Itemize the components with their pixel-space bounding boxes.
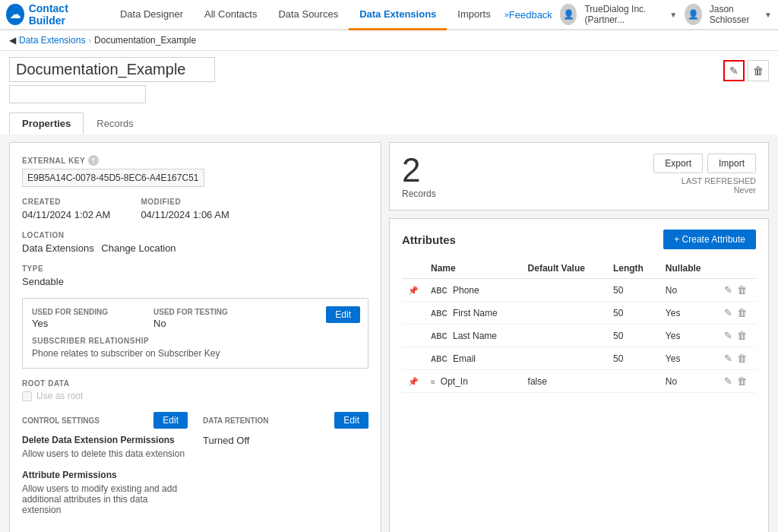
root-data-label: ROOT DATA — [22, 379, 368, 388]
external-key-help-icon[interactable]: ? — [88, 155, 99, 166]
row-pin-icon: 📌 — [402, 370, 425, 393]
table-row: ABC Email 50 Yes ✎ 🗑 — [402, 347, 756, 370]
used-for-sending-value: Yes — [32, 318, 108, 329]
records-card: 2 Records Export Import LAST REFRESHED N… — [389, 142, 769, 211]
tab-records[interactable]: Records — [84, 112, 146, 135]
row-default-value: false — [522, 370, 607, 393]
tab-properties[interactable]: Properties — [9, 112, 84, 135]
breadcrumb-current: Documentation_Example — [94, 35, 196, 46]
modified-label: MODIFIED — [141, 198, 229, 206]
type-value: Sendable — [22, 276, 368, 287]
row-default-value — [522, 347, 607, 370]
nav-data-extensions[interactable]: Data Extensions — [349, 0, 447, 30]
nav-feedback[interactable]: Feedback — [509, 9, 552, 21]
location-value: Data Extensions Change Location — [22, 242, 368, 254]
use-as-root-row: Use as root — [22, 391, 368, 401]
row-edit-icon[interactable]: ✎ — [724, 330, 732, 341]
data-retention-label: DATA RETENTION — [203, 416, 268, 425]
records-label: Records — [402, 188, 436, 199]
nav-account[interactable]: TrueDialog Inc. (Partner... ▼ — [584, 4, 677, 25]
data-retention-header: DATA RETENTION Edit — [203, 412, 368, 429]
sendable-edit-button[interactable]: Edit — [326, 306, 360, 323]
nav-data-designer[interactable]: Data Designer — [109, 0, 194, 30]
col-default: Default Value — [522, 258, 607, 279]
row-actions: ✎ 🗑 — [718, 347, 756, 370]
subscriber-relationship-label: SUBSCRIBER RELATIONSHIP — [32, 337, 359, 345]
page-header: Properties Records ✎ 🗑 — [0, 51, 778, 135]
row-pin-icon: 📌 — [402, 279, 425, 302]
page-title-input[interactable] — [9, 57, 215, 82]
row-edit-icon[interactable]: ✎ — [724, 307, 732, 318]
breadcrumb-separator: › — [88, 36, 91, 45]
external-key-group: EXTERNAL KEY ? — [22, 155, 368, 187]
page-tabs: Properties Records — [9, 112, 215, 135]
row-actions: ✎ 🗑 — [718, 302, 756, 325]
records-actions: Export Import LAST REFRESHED Never — [653, 154, 756, 195]
row-delete-icon[interactable]: 🗑 — [737, 353, 747, 364]
row-delete-icon[interactable]: 🗑 — [737, 307, 747, 318]
row-nullable: Yes — [659, 347, 718, 370]
used-for-sending-label: USED FOR SENDING — [32, 308, 108, 316]
table-row: 📌 ≈ Opt_In false No ✎ 🗑 — [402, 370, 756, 393]
row-nullable: No — [659, 370, 718, 393]
header-delete-icon[interactable]: 🗑 — [748, 60, 769, 81]
app-logo[interactable]: ☁ Contact Builder — [6, 2, 96, 27]
row-length: 50 — [607, 302, 659, 325]
breadcrumb-data-extensions[interactable]: Data Extensions — [19, 35, 85, 46]
use-as-root-checkbox[interactable] — [22, 391, 32, 401]
main-content: EXTERNAL KEY ? CREATED 04/11/2024 1:02 A… — [0, 135, 778, 532]
used-for-testing-label: USED FOR TESTING — [153, 308, 228, 316]
records-top: 2 Records Export Import LAST REFRESHED N… — [402, 154, 756, 199]
permission-attribute-title: Attribute Permissions — [22, 470, 188, 480]
row-delete-icon[interactable]: 🗑 — [737, 284, 747, 296]
salesforce-icon: ☁ — [6, 4, 24, 25]
subscriber-relationship-value: Phone relates to subscriber on Subscribe… — [32, 348, 359, 359]
nav-all-contacts[interactable]: All Contacts — [194, 0, 267, 30]
permission-attribute-desc: Allow users to modify existing and add a… — [22, 483, 188, 515]
row-name: ABC First Name — [425, 302, 522, 325]
page-search-input[interactable] — [9, 85, 146, 103]
permission-delete: Delete Data Extension Permissions Allow … — [22, 435, 188, 459]
header-icons: ✎ 🗑 — [723, 57, 769, 81]
col-length: Length — [607, 258, 659, 279]
external-key-value — [22, 169, 368, 187]
breadcrumb-back-icon[interactable]: ◀ — [9, 35, 16, 46]
last-refreshed: LAST REFRESHED Never — [682, 176, 756, 195]
row-edit-icon[interactable]: ✎ — [724, 353, 732, 364]
nav-user[interactable]: Jason Schlosser ▼ — [710, 4, 772, 25]
location-label: LOCATION — [22, 231, 368, 239]
row-delete-icon[interactable]: 🗑 — [737, 330, 747, 341]
row-pin-icon — [402, 302, 425, 325]
row-delete-icon[interactable]: 🗑 — [737, 375, 747, 387]
row-name: ≈ Opt_In — [425, 370, 522, 393]
row-nullable: Yes — [659, 302, 718, 325]
change-location-link[interactable]: Change Location — [101, 242, 176, 254]
col-name: Name — [425, 258, 522, 279]
export-button[interactable]: Export — [653, 154, 703, 173]
row-edit-icon[interactable]: ✎ — [724, 284, 732, 296]
page-title-section: Properties Records — [9, 57, 215, 135]
data-retention-edit-button[interactable]: Edit — [334, 412, 368, 429]
nav-data-sources[interactable]: Data Sources — [267, 0, 349, 30]
location-group: LOCATION Data Extensions Change Location — [22, 231, 368, 254]
created-value: 04/11/2024 1:02 AM — [22, 209, 110, 220]
nav-account-chevron: ▼ — [669, 11, 677, 19]
created-group: CREATED 04/11/2024 1:02 AM — [22, 198, 110, 220]
nav-user-avatar[interactable]: 👤 — [685, 4, 702, 25]
import-button[interactable]: Import — [707, 154, 756, 173]
left-panel: EXTERNAL KEY ? CREATED 04/11/2024 1:02 A… — [9, 142, 381, 532]
control-settings-col: CONTROL SETTINGS Edit Delete Data Extens… — [22, 412, 188, 526]
permission-attribute: Attribute Permissions Allow users to mod… — [22, 470, 188, 515]
create-attribute-button[interactable]: + Create Attribute — [663, 230, 756, 249]
external-key-input[interactable] — [22, 169, 204, 187]
nav-avatar[interactable]: 👤 — [560, 4, 577, 25]
data-retention-value: Turned Off — [203, 435, 368, 446]
row-edit-icon[interactable]: ✎ — [724, 375, 732, 387]
permission-delete-desc: Allow users to delete this data extensio… — [22, 448, 188, 459]
nav-imports[interactable]: Imports — [447, 0, 501, 30]
control-settings-edit-button[interactable]: Edit — [153, 412, 188, 429]
attributes-card: Attributes + Create Attribute Name Defau… — [389, 218, 769, 532]
row-actions: ✎ 🗑 — [718, 279, 756, 302]
used-for-sending-group: USED FOR SENDING Yes — [32, 308, 108, 329]
header-edit-icon[interactable]: ✎ — [723, 60, 745, 81]
